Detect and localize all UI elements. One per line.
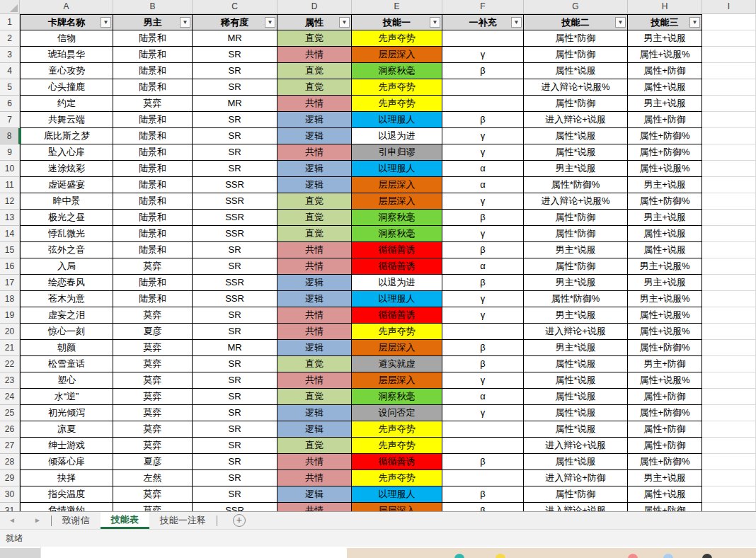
cell-empty[interactable] [702,356,756,372]
cell-rarity[interactable]: SSR [193,226,277,242]
cell-skill3[interactable]: 属性+说服 [628,242,702,258]
cell-skill3[interactable]: 男主+说服 [628,210,702,226]
cell-attribute[interactable]: 直觉 [277,438,352,454]
cell-skill1-supplement[interactable] [442,324,524,340]
cell-skill1[interactable]: 先声夺势 [352,470,442,486]
cell-skill3[interactable]: 属性+说服 [628,79,702,96]
cell-skill2[interactable]: 男主*说服 [524,340,628,356]
cell-skill1[interactable]: 洞察秋毫 [352,210,442,226]
column-letter-I[interactable]: I [702,0,756,14]
cell-empty[interactable] [702,30,756,47]
cell-attribute[interactable]: 共情 [277,470,352,486]
cell-attribute[interactable]: 直觉 [277,356,352,372]
cell-skill1[interactable]: 层层深入 [352,340,442,356]
cell-card-name[interactable]: 悸乱微光 [20,226,113,242]
cell-rarity[interactable]: SR [193,470,277,486]
row-number-13[interactable]: 13 [0,210,20,226]
cell-skill3[interactable]: 男主+说服 [628,470,702,486]
cell-skill1-supplement[interactable]: γ [442,307,524,324]
cell-empty[interactable] [702,193,756,210]
header-skill1-supplement[interactable]: 一补充▼ [442,14,524,30]
cell-attribute[interactable]: 逻辑 [277,421,352,438]
cell-empty[interactable] [702,210,756,226]
cell-skill3[interactable]: 男主+说服 [628,275,702,291]
cell-skill3[interactable]: 属性+说服% [628,307,702,324]
cell-skill1-supplement[interactable]: β [442,454,524,470]
cell-rarity[interactable]: SSR [193,177,277,193]
row-number-28[interactable]: 28 [0,454,20,470]
cell-skill3[interactable]: 属性+防御 [628,503,702,511]
header-attribute[interactable]: 属性▼ [277,14,352,30]
cell-attribute[interactable]: 共情 [277,307,352,324]
cell-attribute[interactable]: 直觉 [277,389,352,405]
cell-skill3[interactable]: 属性+说服% [628,47,702,63]
cell-skill2[interactable]: 属性*说服 [524,389,628,405]
sheet-tab-技能一注释[interactable]: 技能一注释 [149,512,217,529]
cell-skill3[interactable]: 属性+防御 [628,63,702,79]
cell-skill1[interactable]: 层层深入 [352,177,442,193]
row-number-25[interactable]: 25 [0,405,20,421]
row-number-31[interactable]: 31 [0,503,20,511]
cell-skill2[interactable]: 属性*说服 [524,421,628,438]
cell-skill2[interactable]: 属性*防御% [524,177,628,193]
cell-skill1[interactable]: 先声夺势 [352,79,442,96]
cell-skill1[interactable]: 循循善诱 [352,258,442,275]
cell-skill1-supplement[interactable] [442,96,524,112]
cell-skill1[interactable]: 洞察秋毫 [352,63,442,79]
cell-empty[interactable] [702,177,756,193]
cell-male-lead[interactable]: 莫弈 [113,307,193,324]
column-letter-G[interactable]: G [524,0,628,14]
cell-skill1[interactable]: 循循善诱 [352,454,442,470]
cell-skill3[interactable]: 属性+防御% [628,454,702,470]
cell-rarity[interactable]: SR [193,144,277,161]
cell-male-lead[interactable]: 莫弈 [113,389,193,405]
filter-dropdown-icon[interactable]: ▼ [101,17,111,28]
cell-empty[interactable] [702,242,756,258]
cell-card-name[interactable]: 信物 [20,30,113,47]
cell-skill1-supplement[interactable]: α [442,161,524,177]
cell-male-lead[interactable]: 莫弈 [113,356,193,372]
cell-card-name[interactable]: 指尖温度 [20,486,113,503]
cell-skill2[interactable]: 进入辩论+说服 [524,503,628,511]
cell-skill1[interactable]: 以理服人 [352,291,442,307]
cell-card-name[interactable]: 绘恋春风 [20,275,113,291]
cell-skill1[interactable]: 先声夺势 [352,324,442,340]
cell-attribute[interactable]: 共情 [277,454,352,470]
cell-skill1[interactable]: 先声夺势 [352,30,442,47]
cell-male-lead[interactable]: 莫弈 [113,421,193,438]
cell-male-lead[interactable]: 莫弈 [113,486,193,503]
cell-male-lead[interactable]: 陆景和 [113,79,193,96]
cell-card-name[interactable]: 惊心一刻 [20,324,113,340]
cell-attribute[interactable]: 共情 [277,242,352,258]
row-number-23[interactable]: 23 [0,372,20,389]
cell-card-name[interactable]: 心头撞鹿 [20,79,113,96]
cell-empty[interactable] [702,486,756,503]
cell-skill1-supplement[interactable]: β [442,503,524,511]
cell-empty[interactable] [702,14,756,30]
cell-skill2[interactable]: 男主*说服 [524,242,628,258]
cell-rarity[interactable]: SR [193,421,277,438]
cell-attribute[interactable]: 直觉 [277,79,352,96]
cell-skill3[interactable]: 属性+防御 [628,389,702,405]
cell-card-name[interactable]: 凉夏 [20,421,113,438]
cell-skill1-supplement[interactable] [442,30,524,47]
row-number-9[interactable]: 9 [0,144,20,161]
cell-rarity[interactable]: MR [193,96,277,112]
select-all-corner[interactable] [0,0,20,14]
cell-skill2[interactable]: 属性*防御 [524,210,628,226]
cell-attribute[interactable]: 逻辑 [277,177,352,193]
cell-male-lead[interactable]: 陆景和 [113,210,193,226]
cell-skill3[interactable]: 属性+防御 [628,112,702,128]
cell-skill2[interactable]: 属性*说服 [524,128,628,144]
cell-skill3[interactable]: 属性+防御% [628,193,702,210]
row-number-26[interactable]: 26 [0,421,20,438]
cell-male-lead[interactable]: 莫弈 [113,258,193,275]
cell-empty[interactable] [702,128,756,144]
cell-skill3[interactable]: 属性+说服 [628,486,702,503]
cell-empty[interactable] [702,291,756,307]
row-number-27[interactable]: 27 [0,438,20,454]
row-number-16[interactable]: 16 [0,258,20,275]
cell-attribute[interactable]: 逻辑 [277,405,352,421]
cell-rarity[interactable]: SR [193,405,277,421]
cell-rarity[interactable]: SR [193,258,277,275]
